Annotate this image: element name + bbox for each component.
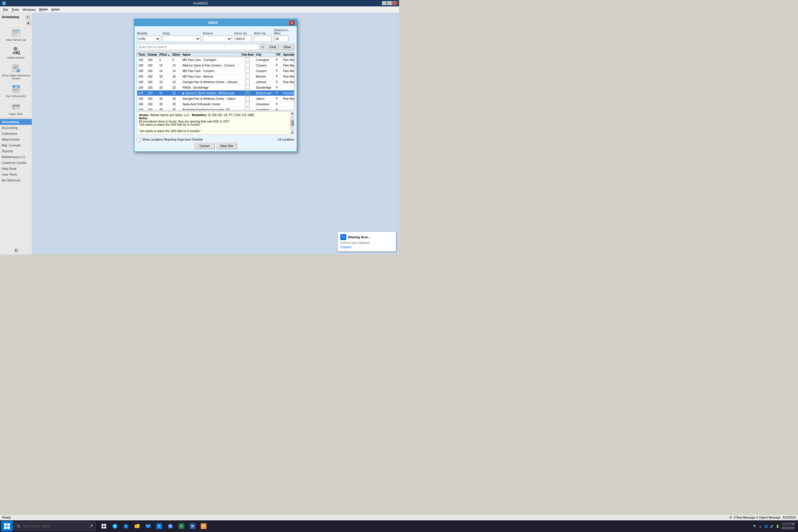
- telerad-checkbox[interactable]: [245, 85, 250, 89]
- menu-tools[interactable]: Tools: [10, 7, 21, 12]
- show-locations-checkbox[interactable]: [137, 138, 140, 141]
- maximize-button[interactable]: □: [387, 1, 392, 5]
- sidebar-nav-attachments[interactable]: Attachments: [0, 136, 32, 142]
- telerad-checkbox[interactable]: [245, 69, 250, 73]
- sidebar-item-sch-todo[interactable]: LMS Sch ToDo (LMS): [0, 82, 32, 100]
- find-button[interactable]: Find: [266, 44, 279, 50]
- table-row[interactable]: 100 100 26 26 Georgia Pain & Wellness Ce…: [137, 96, 294, 101]
- col-name[interactable]: Name: [182, 53, 240, 57]
- menu-windows[interactable]: Windows: [21, 7, 37, 12]
- sidebar-item-patient-search[interactable]: Patient Search: [0, 43, 32, 61]
- view-site-button[interactable]: View Site: [216, 142, 237, 149]
- telerad-checkbox[interactable]: [245, 63, 250, 67]
- cell-telerad[interactable]: [240, 63, 254, 68]
- notes-scroll-down[interactable]: ▼: [290, 131, 294, 135]
- table-row[interactable]: 100 100 19 19 Georgia Pain & Wellness Ce…: [137, 79, 294, 85]
- col-specialty[interactable]: Specialty: [282, 53, 294, 57]
- table-row[interactable]: 100 100 18 18 MD Pain Care - Monroe Monr…: [137, 74, 294, 79]
- sidebar-item-payer-todo[interactable]: Payer ToDo: [0, 100, 32, 117]
- distance-input[interactable]: [274, 36, 288, 42]
- cell-telerad[interactable]: [240, 57, 254, 63]
- cell-specialty: Pain Management: [282, 96, 294, 101]
- table-row[interactable]: 100 100 0 0 MD Pain Care - Covington Cov…: [137, 57, 294, 63]
- sidebar-nav-accounting[interactable]: Accounting: [0, 125, 32, 131]
- notes-scroll-up[interactable]: ▲: [290, 111, 294, 115]
- col-global[interactable]: Global: [147, 53, 158, 57]
- cell-pdist: 18: [158, 74, 171, 79]
- telerad-checkbox[interactable]: [245, 74, 250, 78]
- work-zip-input[interactable]: [254, 36, 271, 42]
- col-pdist[interactable]: PDist: [158, 53, 171, 57]
- cell-telerad[interactable]: [240, 90, 254, 96]
- sidebar-nav-collections[interactable]: Collections: [0, 131, 32, 136]
- telerad-checkbox[interactable]: [245, 91, 250, 95]
- cancel-button[interactable]: Cancel: [194, 142, 215, 149]
- menu-walk[interactable]: Walk▾: [37, 7, 50, 12]
- table-row[interactable]: 100 100 20 20 PMSA - Stockbridge Stockbr…: [137, 85, 294, 90]
- sidebar-nav-user-tools[interactable]: User Tools: [0, 171, 32, 177]
- show-locations-group: Show Locations Requiring Supervisor Over…: [137, 138, 203, 141]
- modal-close-button[interactable]: ✕: [289, 20, 294, 25]
- table-row[interactable]: 100 100 14 14 MD Pain Care - Conyers Con…: [137, 68, 294, 74]
- cell-telerad[interactable]: [240, 68, 254, 74]
- sidebar-nav-my-shortcuts[interactable]: My Shortcuts: [0, 177, 32, 183]
- col-edist[interactable]: EDist: [171, 53, 182, 57]
- telerad-checkbox[interactable]: [245, 107, 250, 110]
- close-button[interactable]: ✕: [393, 1, 397, 5]
- col-telerad[interactable]: Tele Rad: [240, 53, 254, 57]
- menu-file[interactable]: File: [1, 7, 10, 12]
- modality-select[interactable]: CON SI EM AD LB PT OV DME: [137, 36, 160, 42]
- sidebar-nav-scheduling[interactable]: Scheduling: [0, 119, 32, 125]
- search-input[interactable]: [137, 44, 259, 50]
- sidebar-nav-maintenance[interactable]: Maintenance LU: [0, 154, 32, 160]
- search-dropdown-btn[interactable]: ▼: [261, 44, 265, 50]
- sidebar-nav-reports[interactable]: Reports: [0, 148, 32, 154]
- cell-pdist: 22: [158, 90, 171, 96]
- cell-name: ▶ Sports & Spine Institute - McDonough: [182, 90, 240, 96]
- cell-telerad[interactable]: [240, 85, 254, 90]
- table-row[interactable]: 100 100 28 28 Riverdale Anesthesia Assoc…: [137, 107, 294, 111]
- results-table-container[interactable]: Tech Global PDist EDist Name Tele Rad Ci…: [137, 52, 294, 110]
- notes-scrollbar[interactable]: ▲ ▼: [290, 111, 294, 135]
- minimize-button[interactable]: _: [382, 1, 387, 5]
- table-row[interactable]: 100 100 14 14 Alliance Spine & Pain Cent…: [137, 63, 294, 68]
- svg-point-7: [14, 47, 17, 51]
- division-select[interactable]: [203, 36, 232, 42]
- sidebar-item-label-patient-search: Patient Search: [7, 56, 24, 59]
- content-area: 30014 ✕ Modality CON SI EM AD: [32, 13, 399, 254]
- table-row[interactable]: 100 100 28 28 Spine And Orthopedic Cente…: [137, 101, 294, 107]
- sidebar-item-label-view-vendor: View Vendor List: [6, 38, 26, 41]
- patient-icon: [11, 45, 21, 56]
- cell-telerad[interactable]: [240, 96, 254, 101]
- clear-button[interactable]: Clear: [280, 44, 294, 50]
- cell-tp: P: [275, 63, 282, 68]
- cell-global: 100: [147, 79, 158, 85]
- telerad-checkbox[interactable]: [245, 57, 250, 61]
- sidebar-down-btn[interactable]: ▼: [14, 248, 18, 252]
- menu-help[interactable]: Help▾: [50, 7, 61, 12]
- cell-telerad[interactable]: [240, 74, 254, 79]
- dialog-buttons: Cancel View Site: [137, 142, 294, 149]
- svg-rect-19: [14, 89, 19, 90]
- home-zip-input[interactable]: [234, 36, 252, 42]
- sidebar-collapse-btn[interactable]: «: [25, 15, 30, 19]
- cell-edist: 22: [171, 90, 182, 96]
- col-city[interactable]: City: [254, 53, 275, 57]
- sidebar-nav-help-desk[interactable]: Help Desk: [0, 166, 32, 171]
- sidebar-nav-customer-centric[interactable]: Customer Centric: [0, 160, 32, 166]
- cell-specialty: Physical Medicine...: [282, 90, 294, 96]
- cell-telerad[interactable]: [240, 79, 254, 85]
- col-tp[interactable]: T/P: [275, 53, 282, 57]
- telerad-checkbox[interactable]: [245, 102, 250, 106]
- cell-telerad[interactable]: [240, 107, 254, 111]
- telerad-checkbox[interactable]: [245, 80, 250, 84]
- table-row[interactable]: 100 100 22 22 ▶ Sports & Spine Institute…: [137, 90, 294, 96]
- sidebar-nav-mgt-console[interactable]: Mgt. Console: [0, 142, 32, 148]
- study-select[interactable]: [163, 36, 201, 42]
- cell-telerad[interactable]: [240, 101, 254, 107]
- sidebar-item-show-intake[interactable]: + Show Intake Attachment Screen: [0, 61, 32, 82]
- sidebar-item-view-vendor-list[interactable]: View Vendor List: [0, 26, 32, 43]
- sidebar-up-btn[interactable]: ▲: [26, 20, 31, 25]
- telerad-checkbox[interactable]: [245, 96, 250, 100]
- col-tech[interactable]: Tech: [137, 53, 147, 57]
